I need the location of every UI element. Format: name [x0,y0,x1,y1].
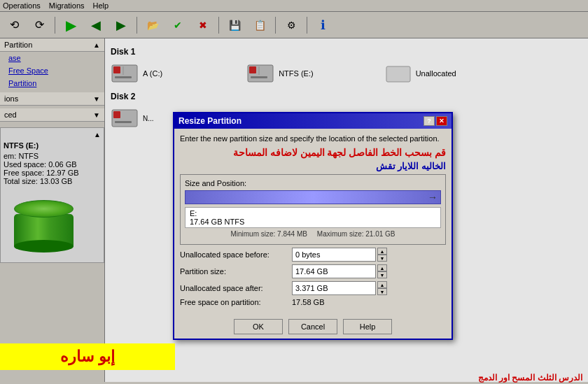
unalloc-before-label: Unallocated space before: [180,250,292,259]
size-position-group: Size and Position: → E: 17.64 GB NTFS Mi… [180,174,446,245]
dialog-footer: OK Cancel Help [174,315,451,339]
form-row-unalloc-after: Unallocated space after: ▲ ▼ [180,281,446,295]
form-row-partition-size: Partition size: ▲ ▼ [180,264,446,278]
partition-info-box: E: 17.64 GB NTFS [185,207,441,228]
partition-size-control: ▲ ▼ [292,264,387,278]
unalloc-after-up[interactable]: ▲ [377,281,387,288]
resize-partition-dialog: Resize Partition ? ✕ Enter the new parti… [173,112,453,340]
free-space-label: Free space on partition: [180,298,292,306]
unalloc-after-label: Unallocated space after: [180,284,292,292]
dialog-titlebar-buttons: ? ✕ [424,116,447,126]
dialog-description: Enter the new partition size and specify… [180,134,446,143]
dialog-help-button[interactable]: ? [424,116,435,126]
cancel-dialog-button[interactable]: Cancel [288,319,337,334]
arabic-name: إبو ساره [60,348,114,365]
arabic-text1: قم بسحب الخط الفاصل لجهة اليمين لاضافه ا… [180,147,446,158]
dialog-close-button[interactable]: ✕ [436,116,447,126]
form-row-unalloc-before: Unallocated space before: ▲ ▼ [180,248,446,262]
help-dialog-button[interactable]: Help [343,319,392,334]
partition-size-down[interactable]: ▼ [377,271,387,278]
partition-size-input[interactable] [292,264,376,278]
unalloc-after-control: ▲ ▼ [292,281,387,295]
unalloc-after-spinner: ▲ ▼ [377,281,387,295]
footer-arabic-text: الدرس الثلث المسح اور الدمج [478,373,582,383]
footer-arabic: الدرس الثلث المسح اور الدمج [478,373,582,383]
free-space-control: 17.58 GB [292,298,324,306]
arabic-text2: الخاليه اللايار تقش [180,161,446,171]
unalloc-after-input[interactable] [292,281,376,295]
dialog-form: Unallocated space before: ▲ ▼ Partition … [180,248,446,306]
partition-size-up[interactable]: ▲ [377,264,387,271]
unalloc-before-down[interactable]: ▼ [377,255,387,262]
partition-resize-bar[interactable]: → [185,190,441,204]
max-size: Maximum size: 21.01 GB [317,230,396,238]
unalloc-before-control: ▲ ▼ [292,248,387,262]
free-space-value: 17.58 GB [292,298,324,306]
partition-size-spinner: ▲ ▼ [377,264,387,278]
dialog-title: Resize Partition [178,116,241,126]
unalloc-before-up[interactable]: ▲ [377,248,387,255]
dialog-body: Enter the new partition size and specify… [174,129,451,315]
min-size: Minimum size: 7.844 MB [230,230,307,238]
dialog-titlebar: Resize Partition ? ✕ [174,113,451,129]
unalloc-before-spinner: ▲ ▼ [377,248,387,262]
bar-arrow-icon: → [428,192,438,203]
partition-size-label: Partition size: [180,267,292,276]
partition-info-size: 17.64 GB NTFS [190,218,436,226]
form-row-free-space: Free space on partition: 17.58 GB [180,298,446,306]
partition-info-name: E: [190,209,436,218]
min-max-info: Minimum size: 7.844 MB Maximum size: 21.… [185,230,441,238]
unalloc-before-input[interactable] [292,248,376,262]
ok-button[interactable]: OK [234,319,283,334]
arabic-name-overlay: إبو ساره [0,343,175,370]
size-pos-label: Size and Position: [185,179,441,187]
unalloc-after-down[interactable]: ▼ [377,288,387,295]
